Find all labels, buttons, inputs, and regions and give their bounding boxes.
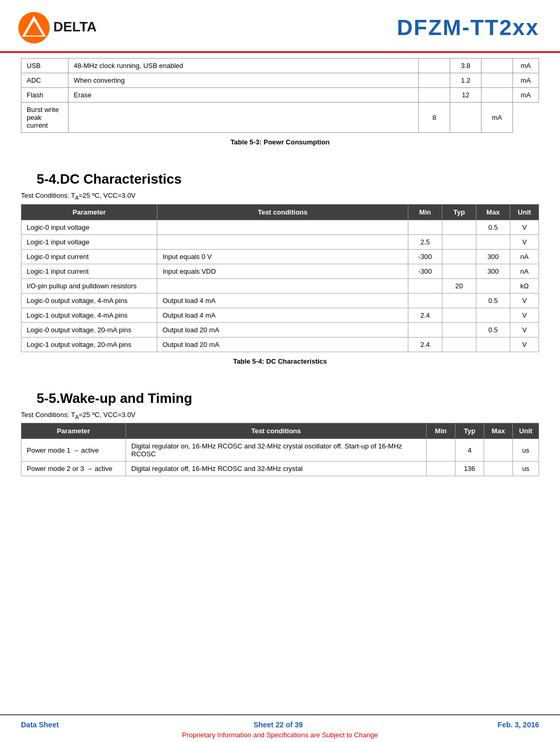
wakeup-table: Parameter Test conditions Min Typ Max Un… bbox=[21, 423, 539, 476]
dc-param-cell: Logic-1 input voltage bbox=[21, 234, 157, 249]
dc-cond-cell bbox=[157, 234, 408, 249]
wakeup-test-conditions: Test Conditions: TA=25 ºC, VCC=3.0V bbox=[21, 411, 539, 420]
footer-proprietary: Proprietary Information and Specificatio… bbox=[21, 731, 539, 739]
dc-cond-cell: Output load 20 mA bbox=[157, 337, 408, 352]
dc-unit-cell: nA bbox=[510, 249, 539, 264]
table-row: Logic-0 output voltage, 4-mA pinsOutput … bbox=[21, 293, 539, 308]
dc-unit-cell: V bbox=[510, 234, 539, 249]
power-min-cell bbox=[68, 103, 419, 133]
table-row: ADCWhen converting1.2mA bbox=[21, 73, 539, 88]
table-row: Power mode 1 → activeDigital regulator o… bbox=[21, 439, 539, 462]
wakeup-header-cond: Test conditions bbox=[126, 423, 427, 439]
logo-container: DELTA bbox=[16, 9, 99, 46]
dc-typ-cell bbox=[442, 220, 476, 234]
power-consumption-table: USB48-MHz clock running, USB enabled3.8m… bbox=[21, 58, 539, 133]
dc-unit-cell: kΩ bbox=[510, 278, 539, 293]
power-desc-cell: Erase bbox=[68, 88, 419, 103]
dc-typ-cell bbox=[442, 308, 476, 322]
power-desc-cell: 48-MHz clock running, USB enabled bbox=[68, 59, 419, 73]
wakeup-param-cell: Power mode 1 → active bbox=[21, 439, 126, 462]
dc-max-cell bbox=[476, 278, 510, 293]
dc-cond-cell: Input equals VDD bbox=[157, 264, 408, 278]
power-mode-cell: ADC bbox=[21, 73, 68, 88]
wakeup-max-cell bbox=[484, 439, 513, 462]
dc-max-cell: 0.5 bbox=[476, 220, 510, 234]
dc-header-param: Parameter bbox=[21, 204, 157, 220]
main-content: USB48-MHz clock running, USB enabled3.8m… bbox=[0, 53, 560, 714]
dc-min-cell: -300 bbox=[408, 264, 442, 278]
dc-cond-cell: Output load 20 mA bbox=[157, 322, 408, 337]
wakeup-section-heading: 5-5.Wake-up and Timing bbox=[37, 390, 539, 407]
dc-test-conditions-text: Test Conditions: TA=25 ºC, VCC=3.0V bbox=[21, 192, 135, 199]
dc-unit-cell: V bbox=[510, 337, 539, 352]
dc-header-unit: Unit bbox=[510, 204, 539, 220]
wakeup-header-unit: Unit bbox=[513, 423, 539, 439]
dc-param-cell: Logic-0 input current bbox=[21, 249, 157, 264]
table-row: Logic-0 input currentInput equals 0 V-30… bbox=[21, 249, 539, 264]
wakeup-header-min: Min bbox=[427, 423, 455, 439]
dc-unit-cell: nA bbox=[510, 264, 539, 278]
wakeup-unit-cell: us bbox=[513, 462, 539, 476]
dc-param-cell: I/O-pin pullup and pulldown resistors bbox=[21, 278, 157, 293]
dc-unit-cell: V bbox=[510, 308, 539, 322]
dc-table: Parameter Test conditions Min Typ Max Un… bbox=[21, 204, 539, 352]
svg-text:DELTA: DELTA bbox=[53, 19, 97, 35]
table-row: FlashErase12mA bbox=[21, 88, 539, 103]
dc-unit-cell: V bbox=[510, 322, 539, 337]
dc-min-cell: 2.4 bbox=[408, 337, 442, 352]
dc-min-cell bbox=[408, 322, 442, 337]
dc-min-cell: 2.4 bbox=[408, 308, 442, 322]
footer-date: Feb. 3, 2016 bbox=[498, 721, 539, 729]
dc-typ-cell bbox=[442, 234, 476, 249]
dc-max-cell bbox=[476, 234, 510, 249]
dc-section-heading: 5-4.DC Characteristics bbox=[37, 171, 539, 187]
table-row: Logic-1 output voltage, 20-mA pinsOutput… bbox=[21, 337, 539, 352]
dc-max-cell: 0.5 bbox=[476, 293, 510, 308]
table-row: Power mode 2 or 3 → activeDigital regula… bbox=[21, 462, 539, 476]
power-mode-cell: USB bbox=[21, 59, 68, 73]
wakeup-unit-cell: us bbox=[513, 439, 539, 462]
dc-cond-cell: Output load 4 mA bbox=[157, 308, 408, 322]
table-row: Logic-0 output voltage, 20-mA pinsOutput… bbox=[21, 322, 539, 337]
wakeup-typ-cell: 4 bbox=[455, 439, 484, 462]
dc-unit-cell: V bbox=[510, 293, 539, 308]
power-min-cell bbox=[419, 88, 450, 103]
dc-cond-cell bbox=[157, 220, 408, 234]
table-row: Logic-1 output voltage, 4-mA pinsOutput … bbox=[21, 308, 539, 322]
wakeup-param-cell: Power mode 2 or 3 → active bbox=[21, 462, 126, 476]
delta-logo: DELTA bbox=[16, 9, 99, 46]
dc-typ-cell bbox=[442, 293, 476, 308]
dc-param-cell: Logic-0 input voltage bbox=[21, 220, 157, 234]
power-max-cell bbox=[450, 103, 482, 133]
dc-min-cell: 2.5 bbox=[408, 234, 442, 249]
power-typ-cell: 1.2 bbox=[450, 73, 482, 88]
wakeup-typ-cell: 136 bbox=[455, 462, 484, 476]
wakeup-header-param: Parameter bbox=[21, 423, 126, 439]
power-max-cell bbox=[482, 88, 513, 103]
dc-min-cell bbox=[408, 293, 442, 308]
power-desc-cell: When converting bbox=[68, 73, 419, 88]
wakeup-max-cell bbox=[484, 462, 513, 476]
dc-param-cell: Logic-0 output voltage, 4-mA pins bbox=[21, 293, 157, 308]
power-max-cell bbox=[482, 59, 513, 73]
power-typ-cell: 3.8 bbox=[450, 59, 482, 73]
dc-typ-cell bbox=[442, 322, 476, 337]
page: DELTA DFZM-TT2xx USB48-MHz clock running… bbox=[0, 0, 560, 742]
footer: Data Sheet Sheet 22 of 39 Feb. 3, 2016 P… bbox=[0, 714, 560, 742]
wakeup-min-cell bbox=[427, 439, 455, 462]
wakeup-header-max: Max bbox=[484, 423, 513, 439]
wakeup-cond-cell: Digital regulator on, 16-MHz RCOSC and 3… bbox=[126, 439, 427, 462]
dc-param-cell: Logic-1 output voltage, 4-mA pins bbox=[21, 308, 157, 322]
dc-param-cell: Logic-1 input current bbox=[21, 264, 157, 278]
power-unit-cell: mA bbox=[513, 88, 539, 103]
dc-typ-cell: 20 bbox=[442, 278, 476, 293]
dc-param-cell: Logic-0 output voltage, 20-mA pins bbox=[21, 322, 157, 337]
power-max-cell bbox=[482, 73, 513, 88]
wakeup-test-conditions-text: Test Conditions: TA=25 ºC, VCC=3.0V bbox=[21, 411, 135, 419]
dc-min-cell bbox=[408, 220, 442, 234]
dc-test-conditions: Test Conditions: TA=25 ºC, VCC=3.0V bbox=[21, 192, 539, 201]
table-row: I/O-pin pullup and pulldown resistors20k… bbox=[21, 278, 539, 293]
power-min-cell bbox=[419, 73, 450, 88]
table-row: Burst write peak current8mA bbox=[21, 103, 539, 133]
power-typ-cell: 8 bbox=[419, 103, 450, 133]
